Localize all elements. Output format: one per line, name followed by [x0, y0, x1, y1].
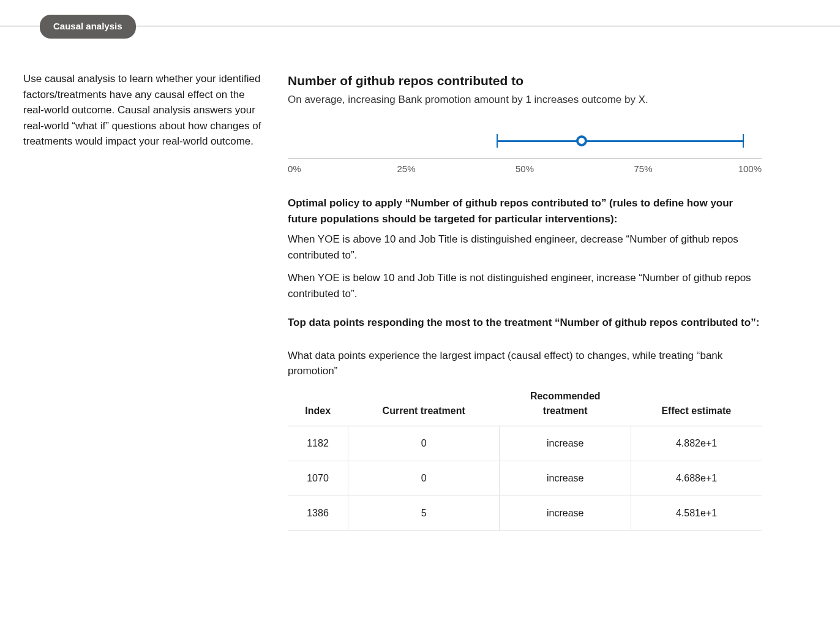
axis-tick: 0%: [288, 162, 301, 176]
axis-tick: 75%: [634, 162, 652, 176]
table-cell: increase: [500, 496, 631, 530]
table-header-cell: Current treatment: [348, 384, 500, 426]
table-header-cell: Effect estimate: [631, 384, 762, 426]
intro-panel: Use causal analysis to learn whether you…: [23, 71, 263, 531]
chart-plot-area: [288, 128, 762, 159]
axis-tick: 25%: [397, 162, 415, 176]
tab-causal-analysis[interactable]: Causal analysis: [40, 15, 136, 39]
table-row: 10700increase4.688e+1: [288, 461, 762, 496]
axis-tick: 100%: [738, 162, 762, 176]
table-row: 11820increase4.882e+1: [288, 426, 762, 461]
policy-rules: When YOE is above 10 and Job Title is di…: [288, 232, 762, 301]
policy-rule: When YOE is above 10 and Job Title is di…: [288, 232, 762, 263]
table-cell: 5: [348, 496, 500, 530]
feature-subtitle: On average, increasing Bank promotion am…: [288, 92, 762, 108]
table-cell: increase: [500, 426, 631, 461]
table-header-cell: Index: [288, 384, 348, 426]
top-datapoints-description: What data points experience the largest …: [288, 348, 762, 379]
table-cell: 1386: [288, 496, 348, 530]
table-cell: 1182: [288, 426, 348, 461]
policy-rule: When YOE is below 10 and Job Title is no…: [288, 270, 762, 301]
top-datapoints-table: IndexCurrent treatmentRecommendedtreatme…: [288, 384, 762, 531]
table-row: 13865increase4.581e+1: [288, 496, 762, 530]
table-cell: 0: [348, 426, 500, 461]
table-header-row: IndexCurrent treatmentRecommendedtreatme…: [288, 384, 762, 426]
x-axis-ticks: 0%25%50%75%100%: [288, 159, 762, 175]
point-estimate-marker: [576, 135, 587, 146]
optimal-policy-heading: Optimal policy to apply “Number of githu…: [288, 195, 762, 227]
table-cell: 0: [348, 461, 500, 496]
intro-text: Use causal analysis to learn whether you…: [23, 71, 263, 149]
table-cell: 4.688e+1: [631, 461, 762, 496]
content: Use causal analysis to learn whether you…: [0, 39, 840, 556]
causal-effect-chart: 0%25%50%75%100%: [288, 128, 762, 182]
top-datapoints-heading: Top data points responding the most to t…: [288, 315, 762, 331]
ci-bar: [497, 140, 743, 142]
table-header-cell: Recommendedtreatment: [500, 384, 631, 426]
axis-tick: 50%: [516, 162, 534, 176]
table-cell: 4.581e+1: [631, 496, 762, 530]
table-cell: 4.882e+1: [631, 426, 762, 461]
table-cell: increase: [500, 461, 631, 496]
feature-title: Number of github repos contributed to: [288, 71, 762, 91]
table-cell: 1070: [288, 461, 348, 496]
detail-panel: Number of github repos contributed to On…: [288, 71, 817, 531]
tab-bar: Causal analysis: [0, 12, 840, 39]
ci-high-whisker: [743, 134, 744, 148]
